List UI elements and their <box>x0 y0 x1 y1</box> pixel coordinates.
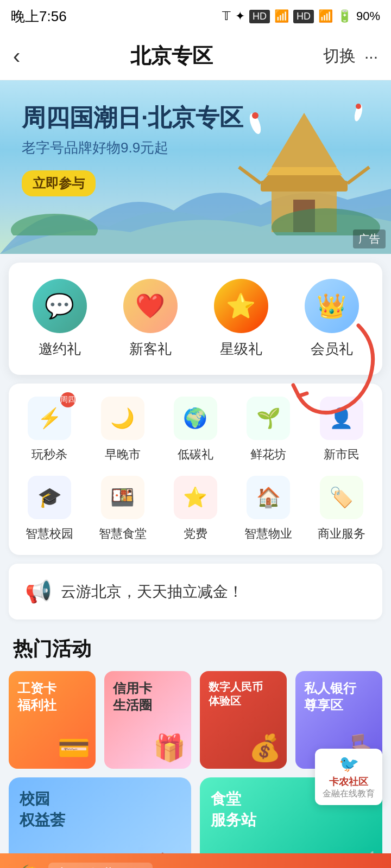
back-button[interactable]: ‹ <box>13 44 20 68</box>
kanong-badge[interactable]: 🐦 卡农社区 金融在线教育 <box>315 749 382 805</box>
notification-bar[interactable]: 📢 云游北京，天天抽立减金！ <box>9 564 382 620</box>
smart-property-icon: 🏠 <box>247 476 290 519</box>
invite-gift-label: 邀约礼 <box>39 340 81 359</box>
flash-sale-item[interactable]: ⚡ 周四 玩秒杀 <box>17 397 81 463</box>
new-citizen-item[interactable]: 👤 新市民 <box>310 397 374 463</box>
new-citizen-icon: 👤 <box>320 397 363 440</box>
flash-sale-badge: 周四 <box>60 392 75 407</box>
salary-card-label: 工资卡福利社 <box>17 680 56 713</box>
status-icons: 𝕋 ✦ HD 📶 HD 📶 🔋 90% <box>222 9 380 23</box>
business-service-item[interactable]: 🏷️ 商业服务 <box>310 476 374 542</box>
kanong-icon: 🐦 <box>339 754 359 773</box>
hd-icon: HD <box>249 10 270 23</box>
low-carbon-icon: 🌍 <box>174 397 217 440</box>
bluetooth-icon: ✦ <box>235 9 245 23</box>
flash-sale-label: 玩秒杀 <box>31 446 67 463</box>
smart-canteen-label: 智慧食堂 <box>99 526 147 542</box>
smart-canteen-item[interactable]: 🍱 智慧食堂 <box>90 476 154 542</box>
salary-card-item[interactable]: 工资卡福利社 💳 <box>9 671 96 769</box>
private-bank-label: 私人银行尊享区 <box>304 680 356 713</box>
status-bar: 晚上7:56 𝕋 ✦ HD 📶 HD 📶 🔋 90% <box>0 0 391 33</box>
new-customer-gift-label: 新客礼 <box>129 340 172 359</box>
battery-icon: 🔋 <box>337 9 352 23</box>
service-row-2: 🎓 智慧校园 🍱 智慧食堂 ⭐ 党费 🏠 智慧物业 🏷️ 商业服务 <box>17 476 374 542</box>
nav-right-controls: 切换 ··· <box>323 45 378 67</box>
kanong-sublabel: 金融在线教育 <box>323 788 375 800</box>
svg-point-10 <box>252 112 258 119</box>
digital-rmb-item[interactable]: 数字人民币体验区 💰 <box>200 671 287 769</box>
banner-participate-button[interactable]: 立即参与 <box>22 170 96 196</box>
notification-text: 云游北京，天天抽立减金！ <box>61 582 243 602</box>
credit-card-item[interactable]: 信用卡生活圈 🎁 <box>104 671 191 769</box>
switch-button[interactable]: 切换 <box>323 45 356 67</box>
flower-item[interactable]: 🌱 鲜花坊 <box>236 397 300 463</box>
new-citizen-label: 新市民 <box>324 446 360 463</box>
hot-activities-title: 热门活动 <box>0 620 391 671</box>
smart-campus-icon: 🎓 <box>28 476 71 519</box>
smart-campus-item[interactable]: 🎓 智慧校园 <box>17 476 81 542</box>
business-service-icon: 🏷️ <box>320 476 363 519</box>
more-button[interactable]: ··· <box>364 47 378 66</box>
member-gift-item[interactable]: 👑 会员礼 <box>292 279 371 359</box>
party-fee-item[interactable]: ⭐ 党费 <box>163 476 228 542</box>
digital-rmb-label: 数字人民币体验区 <box>209 680 263 708</box>
banner[interactable]: 周四国潮日·北京专区 老字号品牌好物9.9元起 立即参与 广告 <box>0 80 391 254</box>
low-carbon-label: 低碳礼 <box>178 446 213 463</box>
party-fee-icon: ⭐ <box>174 476 217 519</box>
bank-bar[interactable]: 🌾 中国农业银行 <box>0 853 391 868</box>
ad-badge: 广告 <box>353 229 386 248</box>
tiktok-icon: 𝕋 <box>222 9 231 23</box>
flower-label: 鲜花坊 <box>250 446 286 463</box>
party-fee-label: 党费 <box>184 526 207 542</box>
signal-icon: 📶 <box>274 9 289 23</box>
svg-point-11 <box>356 104 361 109</box>
flower-icon: 🌱 <box>247 397 290 440</box>
service-section: ⚡ 周四 玩秒杀 🌙 早晚市 🌍 低碳礼 🌱 鲜花坊 👤 新市民 <box>9 384 382 555</box>
status-time: 晚上7:56 <box>11 7 67 26</box>
hd2-icon: HD <box>293 10 314 23</box>
banner-subtitle: 老字号品牌好物9.9元起 <box>22 138 243 157</box>
credit-card-label: 信用卡生活圈 <box>113 680 152 713</box>
nav-bar: ‹ 北京专区 切换 ··· <box>0 33 391 80</box>
business-service-label: 商业服务 <box>318 526 365 542</box>
campus-benefits-label: 校园权益荟 <box>20 788 65 831</box>
gift-icon-grid: 💬 邀约礼 ❤️ 新客礼 ⭐ 星级礼 👑 会员礼 <box>20 279 371 359</box>
signal2-icon: 📶 <box>318 9 333 23</box>
service-row-1: ⚡ 周四 玩秒杀 🌙 早晚市 🌍 低碳礼 🌱 鲜花坊 👤 新市民 <box>17 397 374 463</box>
battery-percent: 90% <box>356 9 380 23</box>
gift-card: 💬 邀约礼 ❤️ 新客礼 ⭐ 星级礼 👑 会员礼 <box>9 263 382 375</box>
morning-market-label: 早晚市 <box>105 446 141 463</box>
invite-gift-icon: 💬 <box>33 279 87 333</box>
invite-gift-item[interactable]: 💬 邀约礼 <box>20 279 99 359</box>
page-title: 北京专区 <box>130 42 213 70</box>
bank-logo-2: 中国农业银行 <box>48 863 153 868</box>
smart-campus-label: 智慧校园 <box>26 526 73 542</box>
star-gift-label: 星级礼 <box>220 340 262 359</box>
kanong-label: 卡农社区 <box>329 775 368 788</box>
bank-logo-icon: 🌾 <box>13 864 37 868</box>
low-carbon-item[interactable]: 🌍 低碳礼 <box>163 397 228 463</box>
member-gift-label: 会员礼 <box>311 340 353 359</box>
canteen-station-label: 食堂服务站 <box>211 788 256 831</box>
svg-marker-4 <box>272 113 337 167</box>
svg-line-7 <box>348 167 369 183</box>
new-customer-gift-icon: ❤️ <box>123 279 178 333</box>
member-gift-icon: 👑 <box>305 279 359 333</box>
smart-property-label: 智慧物业 <box>244 526 292 542</box>
smart-canteen-icon: 🍱 <box>101 476 144 519</box>
speaker-icon: 📢 <box>25 579 52 604</box>
banner-content: 周四国潮日·北京专区 老字号品牌好物9.9元起 立即参与 <box>22 102 243 196</box>
morning-market-icon: 🌙 <box>101 397 144 440</box>
smart-property-item[interactable]: 🏠 智慧物业 <box>236 476 300 542</box>
new-customer-gift-item[interactable]: ❤️ 新客礼 <box>110 279 190 359</box>
morning-market-item[interactable]: 🌙 早晚市 <box>90 397 154 463</box>
svg-point-12 <box>11 214 98 235</box>
star-gift-item[interactable]: ⭐ 星级礼 <box>201 279 281 359</box>
banner-title: 周四国潮日·北京专区 <box>22 102 243 134</box>
star-gift-icon: ⭐ <box>214 279 268 333</box>
